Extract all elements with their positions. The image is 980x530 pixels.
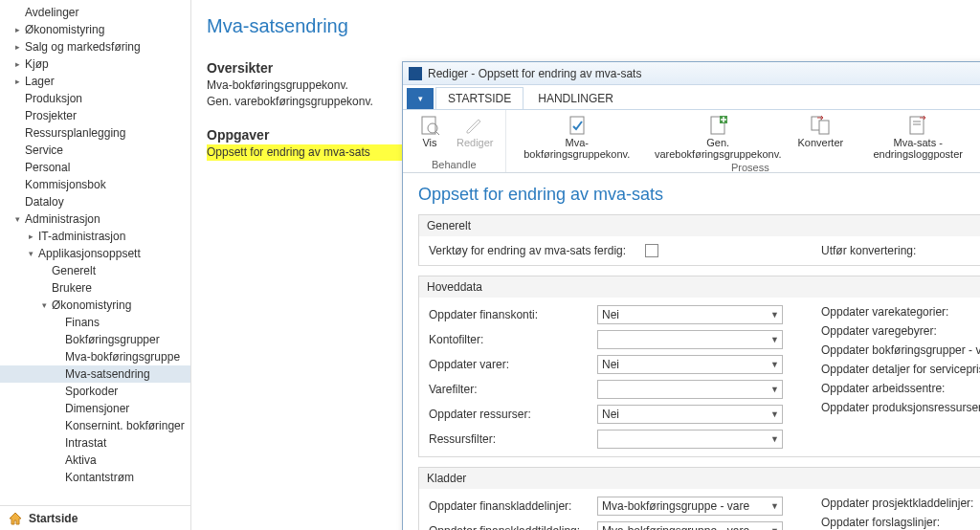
nav-item-label: Dataloy — [25, 193, 64, 210]
ribbon-vis[interactable]: Vis — [411, 112, 449, 150]
nav-item-brukere[interactable]: Brukere — [0, 279, 190, 297]
nav-item-salg-og-markedsføring[interactable]: ▸Salg og markedsføring — [0, 38, 190, 55]
nav-item-mva-bokføringsgruppe[interactable]: Mva-bokføringsgruppe — [0, 348, 190, 365]
nav-item-administrasjon[interactable]: ▾Administrasjon — [0, 210, 190, 228]
combo-oppdater-finanskonti[interactable]: Nei▼ — [597, 305, 783, 324]
nav-item-label: Lager — [25, 73, 55, 90]
chevron-down-icon: ▾ — [11, 213, 23, 225]
svg-line-2 — [435, 131, 439, 135]
ribbon-group-behandle: Behandle — [411, 159, 498, 172]
nav-item-dataloy[interactable]: Dataloy — [0, 193, 190, 210]
nav-item-prosjekter[interactable]: Prosjekter — [0, 107, 190, 124]
spacer-icon — [52, 386, 63, 397]
label-oppdater-varekategorier: Oppdater varekategorier: — [821, 305, 948, 319]
tab-startside[interactable]: STARTSIDE — [435, 87, 523, 109]
nav-item-økonomistyring[interactable]: ▸Økonomistyring — [0, 21, 190, 38]
nav-item-konsernint-bokføringer[interactable]: Konsernint. bokføringer — [0, 417, 190, 434]
link-mva-bokf[interactable]: Mva-bokføringsgruppekonv. — [207, 77, 402, 94]
combo-oppdater-finanskladdelinjer[interactable]: Mva-bokføringsgruppe - vare▼ — [597, 497, 783, 516]
spacer-icon — [11, 162, 23, 173]
label-oppdater-finanskonti: Oppdater finanskonti: — [429, 308, 591, 321]
nav-item-kommisjonsbok[interactable]: Kommisjonsbok — [0, 176, 190, 193]
editor-title-text: Rediger - Oppsett for endring av mva-sat… — [428, 67, 641, 80]
spacer-icon — [52, 454, 63, 466]
spacer-icon — [52, 403, 63, 414]
nav-item-label: Personal — [25, 159, 70, 176]
nav-item-ressursplanlegging[interactable]: Ressursplanlegging — [0, 124, 190, 142]
ribbon-gen-varebokf[interactable]: Gen. varebokføringsgruppekonv. — [644, 112, 791, 162]
chevron-down-icon: ▼ — [770, 526, 779, 530]
nav-item-kjøp[interactable]: ▸Kjøp — [0, 55, 190, 73]
chevron-down-icon: ▼ — [770, 335, 779, 344]
app-logo-icon — [409, 67, 422, 80]
spacer-icon — [11, 93, 23, 104]
chevron-right-icon: ▸ — [11, 76, 23, 87]
ribbon-rediger[interactable]: Rediger — [453, 112, 498, 150]
spacer-icon — [11, 127, 23, 139]
checkbox-verktoy-ferdig[interactable] — [645, 244, 658, 257]
nav-home[interactable]: Startside — [0, 505, 190, 530]
nav-item-label: Avdelinger — [25, 4, 78, 21]
nav-item-produksjon[interactable]: Produksjon — [0, 90, 190, 107]
nav-item-kontantstrøm[interactable]: Kontantstrøm — [0, 469, 190, 486]
chevron-right-icon: ▸ — [11, 24, 23, 35]
editor-window: Rediger - Oppsett for endring av mva-sat… — [402, 61, 980, 530]
nav-item-aktiva[interactable]: Aktiva — [0, 452, 190, 469]
ribbon-endringslogg[interactable]: Mva-sats - endringsloggposter — [849, 112, 980, 162]
label-oppdater-serviceprisjustering: Oppdater detaljer for serviceprisjuste — [821, 363, 980, 376]
fasttab-hoveddata[interactable]: Hoveddata — [419, 276, 980, 298]
combo-ressursfilter[interactable]: ▼ — [597, 430, 783, 449]
nav-item-intrastat[interactable]: Intrastat — [0, 434, 190, 452]
combo-oppdater-ressurser[interactable]: Nei▼ — [597, 405, 783, 424]
doc-plus-icon — [706, 114, 729, 137]
nav-item-label: Økonomistyring — [25, 21, 104, 38]
chevron-down-icon: ▼ — [770, 501, 779, 511]
label-oppdater-varegebyrer: Oppdater varegebyrer: — [821, 324, 937, 338]
tab-handlinger[interactable]: HANDLINGER — [525, 87, 626, 109]
combo-oppdater-finanskladdtildeling[interactable]: Mva-bokføringsgruppe - vare▼ — [597, 521, 783, 530]
combo-oppdater-varer[interactable]: Nei▼ — [597, 355, 783, 374]
nav-item-label: Ressursplanlegging — [25, 124, 125, 142]
spacer-icon — [38, 282, 50, 294]
nav-item-lager[interactable]: ▸Lager — [0, 73, 190, 90]
spacer-icon — [52, 334, 63, 345]
fasttab-generelt[interactable]: Generelt — [419, 215, 980, 236]
convert-icon — [809, 114, 832, 137]
label-oppdater-varer: Oppdater varer: — [429, 358, 591, 371]
nav-item-dimensjoner[interactable]: Dimensjoner — [0, 400, 190, 417]
chevron-down-icon: ▾ — [25, 248, 36, 259]
nav-item-sporkoder[interactable]: Sporkoder — [0, 383, 190, 400]
nav-item-finans[interactable]: Finans — [0, 314, 190, 331]
link-gen-varebokf[interactable]: Gen. varebokføringsgruppekonv. — [207, 94, 402, 110]
spacer-icon — [52, 317, 63, 328]
nav-item-mva-satsendring[interactable]: Mva-satsendring — [0, 365, 190, 383]
link-oppsett-endring[interactable]: Oppsett for endring av mva-sats — [207, 144, 402, 161]
nav-item-avdelinger[interactable]: Avdelinger — [0, 4, 190, 21]
combo-varefilter[interactable]: ▼ — [597, 380, 783, 399]
nav-item-label: Prosjekter — [25, 107, 77, 124]
nav-item-bokføringsgrupper[interactable]: Bokføringsgrupper — [0, 331, 190, 348]
nav-item-applikasjonsoppsett[interactable]: ▾Applikasjonsoppsett — [0, 245, 190, 262]
fasttab-kladder[interactable]: Kladder — [419, 468, 980, 489]
ribbon-mva-bokf[interactable]: Mva-bokføringsgruppekonv. — [514, 112, 640, 162]
ribbon-konverter[interactable]: Konverter — [795, 112, 845, 150]
chevron-right-icon: ▸ — [11, 58, 23, 70]
label-oppdater-finanskladdelinjer: Oppdater finanskladdelinjer: — [429, 499, 591, 513]
label-oppdater-bokforingsgrupper-vare: Oppdater bokføringsgrupper - vare: — [821, 343, 980, 357]
spacer-icon — [11, 110, 23, 121]
ribbon: Vis Rediger Behandle Mva-bokføringsgrupp… — [403, 110, 980, 173]
nav-item-generelt[interactable]: Generelt — [0, 262, 190, 279]
section-oppgaver: Oppgaver — [207, 127, 402, 143]
spacer-icon — [52, 437, 63, 449]
nav-item-personal[interactable]: Personal — [0, 159, 190, 176]
doc-check-icon — [566, 114, 589, 137]
ribbon-group-prosess: Prosess — [514, 162, 980, 175]
nav-item-økonomistyring[interactable]: ▾Økonomistyring — [0, 297, 190, 314]
label-oppdater-arbeidssentre: Oppdater arbeidssentre: — [821, 382, 945, 395]
nav-item-it-administrasjon[interactable]: ▸IT-administrasjon — [0, 228, 190, 245]
combo-kontofilter[interactable]: ▼ — [597, 330, 783, 349]
chevron-down-icon: ▼ — [770, 310, 779, 320]
nav-item-service[interactable]: Service — [0, 142, 190, 159]
file-menu-button[interactable]: ▾ — [407, 88, 434, 109]
chevron-down-icon: ▾ — [38, 299, 50, 311]
